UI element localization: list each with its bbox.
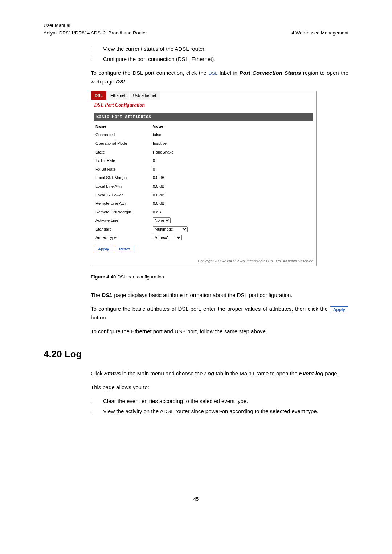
annex-type-select[interactable]: AnnexA [153, 235, 182, 240]
table-row: Local Line Attn0.0 dB [94, 182, 313, 191]
paragraph: The DSL page displays basic attribute in… [91, 291, 348, 300]
text: page. [323, 370, 339, 376]
header-line1: User Manual [44, 22, 147, 29]
emphasis: Status [104, 370, 121, 376]
paragraph: To configure the Ethernet port and USB p… [91, 327, 348, 336]
table-row: Remote SNRMargin0 dB [94, 208, 313, 217]
section-heading-log: 4.20 Log [44, 347, 348, 362]
dsl-link: DSL [208, 70, 217, 76]
attr-name: Rx Bit Rate [94, 165, 151, 174]
figure-caption: Figure 4-40 DSL port configuration [91, 273, 348, 281]
attr-value: 0.0 dB [151, 191, 313, 200]
col-name: Name [94, 122, 151, 131]
attr-name: Operational Mode [94, 139, 151, 148]
attr-name: Connected [94, 131, 151, 139]
bullet-text: Clear the event entries according to the… [103, 397, 348, 406]
attr-name: Remote SNRMargin [94, 208, 151, 217]
section-header: Basic Port Attributes [94, 113, 313, 121]
text: Click [91, 370, 104, 376]
text: label in [218, 70, 240, 76]
table-row: Connectedfalse [94, 131, 313, 139]
table-row: Local Tx Power0.0 dB [94, 191, 313, 200]
paragraph: This page allows you to: [91, 383, 348, 392]
bullet-marker: l [91, 45, 95, 53]
bullet-item: l View the current status of the ADSL ro… [91, 45, 348, 53]
paragraph: Click Status in the Main menu and choose… [91, 369, 348, 378]
attr-value: false [151, 131, 313, 139]
table-row: Annex Type AnnexA [94, 233, 313, 242]
tab-dsl[interactable]: DSL [91, 91, 106, 100]
bullet-marker: l [91, 397, 95, 406]
bullet-item: l Clear the event entries according to t… [91, 397, 348, 406]
table-row: StateHandShake [94, 148, 313, 157]
header-rule [44, 38, 348, 38]
emphasis: Event log [299, 370, 324, 376]
reset-button[interactable]: Reset [115, 246, 134, 252]
attr-value: 0 dB [151, 208, 313, 217]
bullet-item: l Configure the port connection (DSL, Et… [91, 55, 348, 64]
page-number: 45 [44, 496, 348, 503]
standard-select[interactable]: Multimode [153, 226, 188, 232]
attr-name: Local SNRMargin [94, 174, 151, 182]
attr-value: 0.0 dB [151, 182, 313, 191]
bullet-text: View the activity on the ADSL router sin… [103, 407, 348, 416]
paragraph: To configure the DSL port connection, cl… [91, 69, 348, 86]
attr-value: 0.0 dB [151, 199, 313, 208]
header-right: 4 Web-based Management [291, 29, 348, 37]
text: To configure the DSL port connection, cl… [91, 70, 208, 76]
apply-button-inline: Apply [330, 306, 348, 313]
col-value: Value [151, 122, 313, 131]
page-header: User Manual Aolynk DR811/DR814 ADSL2+Bro… [44, 22, 348, 37]
emphasis: DSL [102, 292, 113, 298]
attr-value: 0 [151, 156, 313, 165]
attr-value: 0.0 dB [151, 174, 313, 182]
attr-name: Standard [94, 225, 151, 234]
tab-bar: DSL Ethernet Usb-ethernet [91, 91, 316, 100]
emphasis: Log [204, 370, 215, 376]
table-row: Activate Line None [94, 216, 313, 225]
dsl-config-screenshot: DSL Ethernet Usb-ethernet DSL Port Confi… [91, 91, 317, 266]
text: button. [91, 314, 107, 321]
header-line2: Aolynk DR811/DR814 ADSL2+Broadband Route… [44, 29, 147, 37]
bullet-text: View the current status of the ADSL rout… [103, 45, 348, 53]
text: page displays basic attribute informatio… [113, 292, 293, 298]
text: To configure the basic attributes of DSL… [91, 306, 330, 312]
attr-name: State [94, 148, 151, 157]
bullet-marker: l [91, 407, 95, 416]
tab-usb-ethernet[interactable]: Usb-ethernet [130, 91, 160, 100]
emphasis: DSL [116, 78, 127, 85]
text: The [91, 292, 102, 298]
bullet-text: Configure the port connection (DSL, Ethe… [103, 55, 348, 64]
attr-value: HandShake [151, 148, 313, 157]
copyright-text: Copyright 2003-2004 Huawei Technologies … [91, 258, 316, 266]
attr-name: Activate Line [94, 216, 151, 225]
bullet-marker: l [91, 55, 95, 64]
bullet-item: l View the activity on the ADSL router s… [91, 407, 348, 416]
figure-title: DSL port configuration [117, 274, 164, 280]
apply-button[interactable]: Apply [94, 246, 113, 252]
panel-title: DSL Port Configuration [91, 100, 316, 113]
attr-name: Annex Type [94, 233, 151, 242]
figure-number: Figure 4-40 [91, 274, 117, 280]
attr-name: Local Line Attn [94, 182, 151, 191]
emphasis: Port Connection Status [240, 70, 301, 76]
attributes-table: Name Value Connectedfalse Operational Mo… [94, 122, 313, 242]
text: tab in the Main Frame to open the [214, 370, 299, 376]
table-row: Standard Multimode [94, 225, 313, 234]
table-row: Local SNRMargin0.0 dB [94, 174, 313, 182]
attr-name: Local Tx Power [94, 191, 151, 200]
attr-name: Remote Line Attn [94, 199, 151, 208]
table-row: Rx Bit Rate0 [94, 165, 313, 174]
attr-value: 0 [151, 165, 313, 174]
table-row: Tx Bit Rate0 [94, 156, 313, 165]
activate-line-select[interactable]: None [153, 217, 171, 223]
tab-ethernet[interactable]: Ethernet [107, 91, 129, 100]
text: . [127, 78, 128, 85]
attr-value: Inactive [151, 139, 313, 148]
paragraph: To configure the basic attributes of DSL… [91, 305, 348, 322]
table-row: Remote Line Attn0.0 dB [94, 199, 313, 208]
attr-name: Tx Bit Rate [94, 156, 151, 165]
table-row: Operational ModeInactive [94, 139, 313, 148]
text: in the Main menu and choose the [121, 370, 204, 376]
